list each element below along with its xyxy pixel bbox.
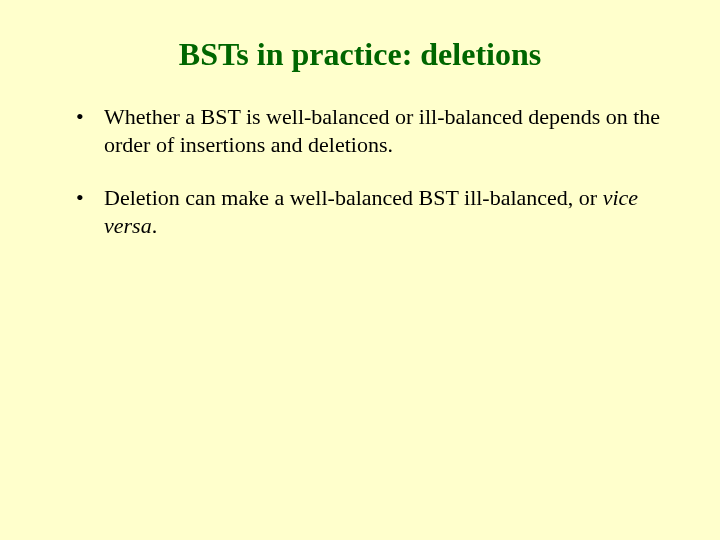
list-item: Whether a BST is well-balanced or ill-ba…	[70, 103, 670, 158]
bullet-list: Whether a BST is well-balanced or ill-ba…	[70, 103, 670, 239]
slide-title: BSTs in practice: deletions	[50, 36, 670, 73]
bullet-text: Whether a BST is well-balanced or ill-ba…	[104, 104, 660, 157]
bullet-text-part: Deletion can make a well-balanced BST il…	[104, 185, 603, 210]
bullet-text-part: .	[152, 213, 158, 238]
slide: BSTs in practice: deletions Whether a BS…	[0, 0, 720, 540]
list-item: Deletion can make a well-balanced BST il…	[70, 184, 670, 239]
